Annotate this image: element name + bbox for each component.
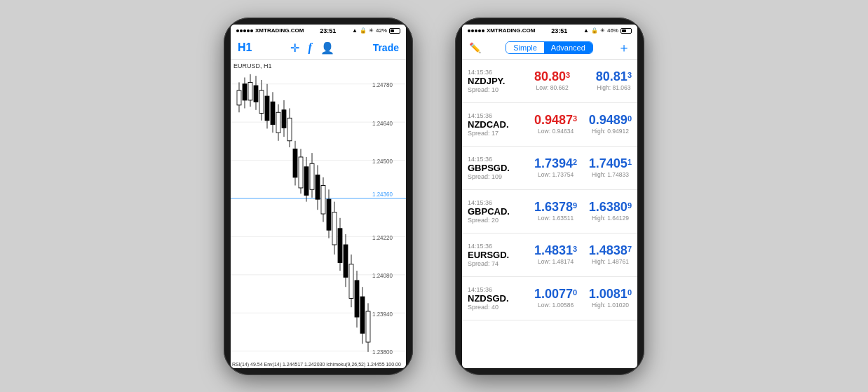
status-left-w: XMTRADING.COM [468,27,535,34]
bid-value: 1.00770 [534,288,577,300]
quote-row[interactable]: 14:15:36 EURSGD. Spread: 74 1.48313 Low:… [462,234,637,277]
ask-high: High: 1.74833 [589,171,632,178]
svg-text:1.24080: 1.24080 [372,271,393,279]
chart-area: EURUSD, H1 1.24780 1.24640 1.24500 1.243… [231,60,406,368]
tab-simple[interactable]: Simple [506,42,544,53]
bid-low: Low: 1.63511 [534,215,577,222]
timeframe-selector[interactable]: H1 [238,41,252,54]
ask-value: 1.74051 [589,157,632,170]
svg-rect-55 [344,245,348,277]
tab-advanced[interactable]: Advanced [544,42,592,53]
battery-icon [389,28,400,34]
battery-pct: 42% [376,27,387,34]
bid-low: Low: 1.00586 [534,302,577,309]
quote-info: 14:15:36 EURSGD. Spread: 74 [468,243,534,267]
quote-row[interactable]: 14:15:36 NZDJPY. Spread: 10 80.803 Low: … [462,60,637,103]
quote-prices: 1.63789 Low: 1.63511 1.63809 High: 1.641… [534,201,632,222]
chart-toolbar: H1 ✛ f 👤 Trade [231,37,406,60]
quote-time: 14:15:36 [468,156,534,163]
ask-price: 1.00810 High: 1.01020 [589,288,632,309]
add-indicator-icon[interactable]: ✛ [290,41,299,55]
formula-icon[interactable]: f [308,41,311,54]
ask-value: 1.00810 [589,288,632,300]
svg-text:1.24220: 1.24220 [372,234,393,241]
ask-price: 80.813 High: 81.063 [596,70,632,91]
svg-text:1.23940: 1.23940 [372,310,393,318]
ask-price: 1.74051 High: 1.74833 [589,157,632,178]
quote-time: 14:15:36 [468,243,534,250]
quote-symbol: GBPSGD. [468,163,534,173]
svg-rect-21 [248,82,252,100]
svg-rect-51 [332,212,337,244]
svg-rect-35 [287,118,292,140]
ask-price: 1.48387 High: 1.48761 [589,244,632,265]
svg-rect-45 [316,175,320,199]
quote-time: 14:15:36 [468,112,534,119]
battery-icon-w [621,28,632,34]
bid-value: 80.803 [534,70,570,83]
location-icon: ▲ [352,27,358,34]
svg-text:1.24360: 1.24360 [372,189,393,197]
time-display-w: 23:51 [551,27,567,34]
quote-info: 14:15:36 NZDJPY. Spread: 10 [468,69,534,93]
quote-prices: 0.94873 Low: 0.94634 0.94890 High: 0.949… [534,114,632,135]
svg-rect-63 [366,311,370,342]
quote-row[interactable]: 14:15:36 NZDSGD. Spread: 40 1.00770 Low:… [462,277,637,320]
add-symbol-icon[interactable]: ＋ [618,39,630,56]
bid-value: 1.73942 [534,157,577,170]
carrier-name-w: XMTRADING.COM [487,27,535,34]
watchlist-toolbar: ✏️ Simple Advanced ＋ [462,37,637,60]
quote-list: 14:15:36 NZDJPY. Spread: 10 80.803 Low: … [462,60,637,368]
edit-icon[interactable]: ✏️ [469,42,481,53]
indicator-bar: RSI(14) 49.54 Env(14) 1.244517 1.242030 … [232,362,405,367]
quote-prices: 1.00770 Low: 1.00586 1.00810 High: 1.010… [534,288,632,309]
status-bar-chart: XMTRADING.COM 23:51 ▲ 🔒 ✳ 42% [231,25,406,37]
svg-rect-27 [265,96,269,121]
svg-rect-17 [237,90,241,105]
status-right-w: ▲ 🔒 ✳ 46% [583,27,632,34]
svg-text:1.24780: 1.24780 [372,81,393,88]
bid-low: Low: 1.48174 [534,258,577,265]
svg-rect-43 [310,163,314,189]
time-display: 23:51 [320,27,336,34]
quote-symbol: NZDCAD. [468,119,534,130]
svg-rect-57 [349,264,353,298]
svg-text:1.24640: 1.24640 [372,119,393,127]
ask-price: 1.63809 High: 1.64129 [589,201,632,222]
quote-row[interactable]: 14:15:36 GBPCAD. Spread: 20 1.63789 Low:… [462,190,637,234]
phone-watchlist: XMTRADING.COM 23:51 ▲ 🔒 ✳ 46% ✏️ Simple … [455,18,644,375]
ask-high: High: 0.94912 [589,128,632,135]
ask-high: High: 1.64129 [589,215,632,222]
lock-icon: 🔒 [360,27,367,34]
location-icon-w: ▲ [583,27,589,34]
ask-value: 0.94890 [589,114,632,126]
svg-rect-59 [355,280,359,316]
svg-text:1.23800: 1.23800 [372,348,393,356]
quote-symbol: GBPCAD. [468,206,534,217]
status-bar-watch: XMTRADING.COM 23:51 ▲ 🔒 ✳ 46% [462,25,637,37]
svg-rect-53 [338,228,342,262]
phone-chart-screen: XMTRADING.COM 23:51 ▲ 🔒 ✳ 42% H1 ✛ f 👤 T… [231,25,406,368]
bluetooth-icon-w: ✳ [600,27,605,34]
svg-rect-41 [304,166,308,195]
quote-info: 14:15:36 GBPSGD. Spread: 109 [468,156,534,180]
trade-button[interactable]: Trade [373,42,399,53]
ask-value: 1.48387 [589,244,632,257]
quote-prices: 1.73942 Low: 1.73754 1.74051 High: 1.748… [534,157,632,178]
svg-text:1.24500: 1.24500 [372,157,393,165]
svg-rect-29 [271,102,275,124]
quote-row[interactable]: 14:15:36 GBPSGD. Spread: 109 1.73942 Low… [462,147,637,190]
quote-info: 14:15:36 NZDSGD. Spread: 40 [468,286,534,311]
quote-prices: 1.48313 Low: 1.48174 1.48387 High: 1.487… [534,244,632,265]
quote-row[interactable]: 14:15:36 NZDCAD. Spread: 17 0.94873 Low:… [462,103,637,147]
bid-value: 1.63789 [534,201,577,213]
svg-rect-31 [276,112,280,133]
ask-value: 1.63809 [589,201,632,213]
quote-info: 14:15:36 GBPCAD. Spread: 20 [468,199,534,224]
view-mode-tabs: Simple Advanced [506,41,593,54]
svg-rect-37 [293,149,297,177]
quote-info: 14:15:36 NZDCAD. Spread: 17 [468,112,534,137]
bid-low: Low: 0.94634 [534,128,577,135]
quote-spread: Spread: 74 [468,260,534,267]
profile-icon[interactable]: 👤 [320,41,334,55]
